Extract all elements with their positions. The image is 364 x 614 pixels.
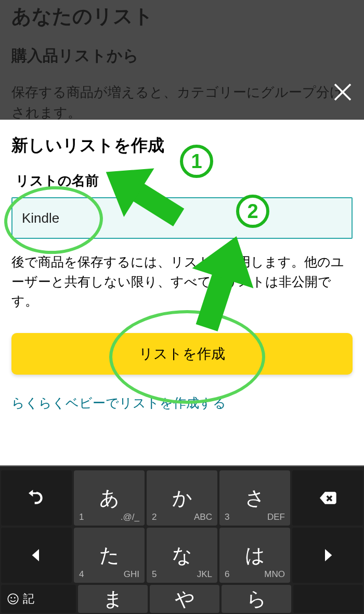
emoji-icon [6,592,20,606]
close-button[interactable] [329,78,357,106]
list-name-input[interactable] [11,197,353,239]
left-icon [26,545,47,566]
key-ya[interactable]: や [150,585,219,613]
page-background: あなたのリスト 購入品リストから 保存する商品が増えると、カテゴリーにグループ分… [0,0,364,120]
create-list-modal: 新しいリストを作成 リストの名前 後で商品を保存するには、リストを使用します。他… [0,120,364,412]
svg-point-4 [14,597,16,598]
key-right[interactable] [292,528,363,583]
modal-title: 新しいリストを作成 [11,134,353,157]
key-ha[interactable]: は6MNO [219,528,290,583]
create-list-button[interactable]: リストを作成 [11,333,353,375]
svg-point-2 [8,594,18,604]
key-a[interactable]: あ1.@/_ [74,470,145,526]
undo-icon [26,488,47,508]
modal-description: 後で商品を保存するには、リストを使用します。他のユーザーと共有しない限り、すべて… [11,252,353,311]
backspace-icon [317,488,338,508]
soft-keyboard: あ1.@/_ か2ABC さ3DEF た4GHI な5JKL は6MNO 記 ま… [0,465,364,614]
close-icon [332,82,353,103]
key-backspace[interactable] [292,470,363,526]
key-ka[interactable]: か2ABC [147,470,217,526]
key-ma[interactable]: ま [78,585,148,613]
key-na[interactable]: な5JKL [147,528,217,583]
key-ra[interactable]: ら [222,585,291,613]
key-left[interactable] [1,528,72,583]
key-sa[interactable]: さ3DEF [219,470,290,526]
baby-registry-link[interactable]: らくらくベビーでリストを作成する [11,394,353,412]
svg-point-3 [10,597,12,598]
key-blank[interactable] [293,585,363,613]
key-undo[interactable] [1,470,72,526]
key-emoji[interactable]: 記 [1,585,76,613]
key-ta[interactable]: た4GHI [74,528,145,583]
list-name-label: リストの名前 [11,172,353,190]
modal-backdrop [0,0,364,120]
right-icon [317,545,338,566]
